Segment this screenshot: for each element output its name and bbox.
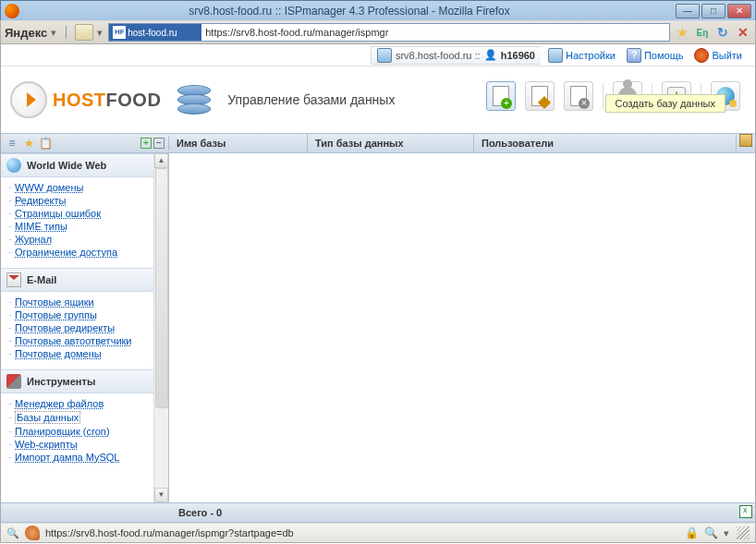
sidebar-item[interactable]: ∙∙Планировщик (cron) xyxy=(8,425,153,438)
sidebar-link[interactable]: Почтовые автоответчики xyxy=(15,335,131,346)
resize-grip[interactable] xyxy=(737,526,750,539)
sidebar-item[interactable]: ∙∙Страницы ошибок xyxy=(8,207,153,220)
reload-icon[interactable]: ↻ xyxy=(714,24,731,41)
sidebar-item[interactable]: ∙∙Журнал xyxy=(8,233,153,246)
sidebar-link[interactable]: Редиректы xyxy=(15,195,66,206)
sidebar-link[interactable]: Web-скрипты xyxy=(15,439,78,450)
logo: HOSTFOOD xyxy=(10,81,161,118)
sidebar-group-tools[interactable]: Инструменты xyxy=(1,369,153,393)
expand-all-icon[interactable]: + xyxy=(140,138,152,149)
minimize-button[interactable]: — xyxy=(676,4,700,18)
database-icon xyxy=(177,81,214,118)
sidebar-item[interactable]: ∙∙Менеджер файлов xyxy=(8,397,153,410)
sidebar-link[interactable]: Менеджер файлов xyxy=(15,398,104,409)
page-content: srv8.host-food.ru :: 👤 h16960 Настройки … xyxy=(0,44,756,523)
sidebar-item[interactable]: ∙∙Ограничение доступа xyxy=(8,246,153,259)
data-grid[interactable] xyxy=(169,153,755,502)
delete-db-button[interactable] xyxy=(564,81,593,111)
sidebar-link[interactable]: Почтовые группы xyxy=(15,309,97,320)
configure-columns-button[interactable] xyxy=(737,134,755,152)
sidebar-group-title: Инструменты xyxy=(27,376,95,387)
chevron-down-icon[interactable]: ▾ xyxy=(51,27,58,39)
column-name[interactable]: Имя базы xyxy=(169,134,308,152)
status-bar: 🔍 https://srv8.host-food.ru/manager/ispm… xyxy=(0,523,756,543)
search-icon[interactable]: 🔍 xyxy=(6,527,19,539)
settings-icon xyxy=(548,48,563,63)
lock-icon[interactable]: 🔒 xyxy=(685,526,699,539)
help-link[interactable]: Помощь xyxy=(623,48,688,63)
sidebar-link[interactable]: Почтовые ящики xyxy=(15,296,94,308)
sidebar-item[interactable]: ∙∙Почтовые редиректы xyxy=(8,321,153,334)
export-xls-button[interactable] xyxy=(737,505,755,520)
gear-icon xyxy=(739,134,752,147)
stop-icon[interactable]: ✕ xyxy=(735,24,751,41)
sidebar-item[interactable]: ∙∙Почтовые домены xyxy=(8,347,153,360)
sidebar-item[interactable]: ∙∙Web-скрипты xyxy=(8,438,153,451)
scroll-up-icon[interactable]: ▲ xyxy=(154,153,168,168)
chevron-down-icon[interactable]: ▾ xyxy=(97,27,104,39)
exit-link[interactable]: Выйти xyxy=(690,48,746,63)
tools-icon xyxy=(6,374,21,389)
create-db-button[interactable] xyxy=(486,81,516,111)
sidebar-group-www[interactable]: World Wide Web xyxy=(1,153,153,177)
favorites-icon[interactable]: ★ xyxy=(21,136,36,151)
sidebar-item[interactable]: ∙∙Базы данных xyxy=(8,410,153,425)
sidebar-link[interactable]: MIME типы xyxy=(15,221,67,232)
favicon-badge: HF xyxy=(113,26,126,39)
settings-link[interactable]: Настройки xyxy=(544,48,619,63)
sidebar-item[interactable]: ∙∙MIME типы xyxy=(8,220,153,233)
sidebar-link[interactable]: Базы данных xyxy=(15,411,80,424)
mini-toolbar: ≡ ★ 📋 + − Имя базы Тип базы данных Польз… xyxy=(1,133,755,153)
sidebar-item[interactable]: ∙∙Редиректы xyxy=(8,194,153,207)
yandex-label[interactable]: Яндекс xyxy=(5,26,47,40)
bullet-icon: ∙∙ xyxy=(8,323,11,332)
user-icon: 👤 xyxy=(484,49,497,61)
bullet-icon: ∙∙ xyxy=(8,297,11,307)
sidebar-item[interactable]: ∙∙WWW домены xyxy=(8,181,153,194)
sidebar-link[interactable]: Журнал xyxy=(15,234,52,245)
sidebar-link[interactable]: Планировщик (cron) xyxy=(15,426,110,437)
bullet-icon: ∙∙ xyxy=(8,222,11,231)
bookmark-star-icon[interactable]: ★ xyxy=(674,24,690,41)
scrollbar[interactable]: ▲ ▼ xyxy=(153,153,168,502)
list-view-icon[interactable]: ≡ xyxy=(5,136,19,151)
sidebar-link[interactable]: Почтовые редиректы xyxy=(15,322,115,333)
translate-icon[interactable]: Eŋ xyxy=(694,24,711,41)
tooltip: Создать базу данных xyxy=(605,94,726,113)
address-bar[interactable]: HF host-food.ru https://srv8.host-food.r… xyxy=(108,23,670,42)
total-label: Всего - 0 xyxy=(169,507,737,518)
status-text: https://srv8.host-food.ru/manager/ispmgr… xyxy=(45,527,679,538)
sidebar-link[interactable]: WWW домены xyxy=(15,182,83,193)
sidebar-link[interactable]: Страницы ошибок xyxy=(15,208,101,219)
sidebar-link[interactable]: Ограничение доступа xyxy=(15,247,117,258)
sidebar-item[interactable]: ∙∙Импорт дампа MySQL xyxy=(8,451,153,464)
sidebar-item[interactable]: ∙∙Почтовые ящики xyxy=(8,296,153,308)
host-segment: srv8.host-food.ru :: 👤 h16960 xyxy=(371,46,541,65)
collapse-all-icon[interactable]: − xyxy=(153,138,165,149)
zoom-icon[interactable]: 🔍 xyxy=(704,526,718,539)
separator xyxy=(66,26,71,39)
bullet-icon: ∙∙ xyxy=(8,248,11,257)
column-type[interactable]: Тип базы данных xyxy=(308,134,474,152)
chevron-down-icon[interactable]: ▾ xyxy=(724,527,731,539)
logo-part2: FOOD xyxy=(106,90,162,110)
thumbnail-icon[interactable] xyxy=(75,24,93,41)
help-label: Помощь xyxy=(644,50,684,61)
sidebar-group-email[interactable]: E-Mail xyxy=(1,268,153,292)
mail-icon xyxy=(6,272,21,287)
maximize-button[interactable]: □ xyxy=(701,4,726,18)
site-identity[interactable]: HF host-food.ru xyxy=(109,24,201,41)
column-users[interactable]: Пользователи xyxy=(474,134,737,152)
sidebar-link[interactable]: Почтовые домены xyxy=(15,348,102,359)
scroll-down-icon[interactable]: ▼ xyxy=(154,488,168,502)
site-host: host-food.ru xyxy=(128,28,177,38)
sidebar-item[interactable]: ∙∙Почтовые автоответчики xyxy=(8,334,153,347)
edit-db-button[interactable] xyxy=(525,81,555,111)
scroll-thumb[interactable] xyxy=(155,168,168,408)
url-text: https://srv8.host-food.ru/manager/ispmgr xyxy=(201,27,392,38)
sidebar-link[interactable]: Импорт дампа MySQL xyxy=(15,452,119,463)
clipboard-icon[interactable]: 📋 xyxy=(38,136,53,151)
colorpicker-icon[interactable] xyxy=(25,526,40,540)
close-button[interactable]: ✕ xyxy=(727,4,751,18)
sidebar-item[interactable]: ∙∙Почтовые группы xyxy=(8,308,153,321)
